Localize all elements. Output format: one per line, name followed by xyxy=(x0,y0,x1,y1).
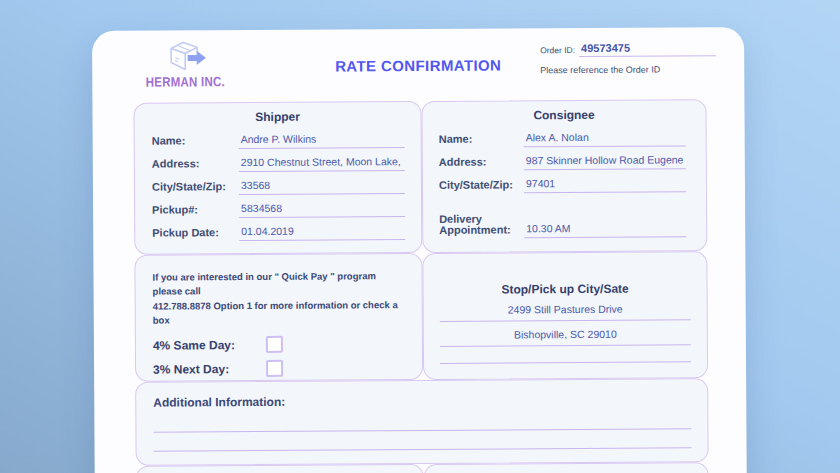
consignee-name-field[interactable]: Alex A. Nolan xyxy=(524,130,686,147)
order-id-field[interactable]: 49573475 xyxy=(579,41,716,57)
consignee-address-field[interactable]: 987 Skinner Hollow Road Eugene xyxy=(524,153,686,170)
field-label: City/State/Zip: xyxy=(152,182,239,196)
stop-pickup-line-1[interactable]: 2499 Still Pastures Drive xyxy=(440,302,691,322)
shipper-address-field[interactable]: 2910 Chestnut Street, Moon Lake, xyxy=(239,155,405,172)
consignee-citystatezip-row: City/State/Zip: 97401 xyxy=(423,169,706,194)
next-day-option-row: 3% Next Day: xyxy=(153,358,408,379)
field-label: Address: xyxy=(152,159,239,173)
field-label: Name: xyxy=(439,134,524,148)
consignee-name-row: Name: Alex A. Nolan xyxy=(423,123,706,148)
field-label: Address: xyxy=(439,157,524,171)
consignee-delivery-row: Delivery Appointment: 10.30 AM xyxy=(423,203,706,239)
rate-confirmation-document: HERMAN INC. RATE CONFIRMATION Order ID: … xyxy=(92,27,748,473)
consignee-citystatezip-field[interactable]: 97401 xyxy=(524,176,686,193)
field-label: Pickup#: xyxy=(152,205,239,219)
field-label: Name: xyxy=(152,136,239,150)
footer-cell-right xyxy=(424,462,709,473)
consignee-delivery-field[interactable]: 10.30 AM xyxy=(524,221,686,238)
additional-info-header: Additional Information: xyxy=(153,392,691,409)
same-day-label: 4% Same Day: xyxy=(153,337,266,352)
shipper-citystatezip-field[interactable]: 33568 xyxy=(239,178,405,195)
same-day-checkbox[interactable] xyxy=(266,336,283,353)
shipper-citystatezip-row: City/State/Zip: 33568 xyxy=(135,171,421,196)
shipper-section: Shipper Name: Andre P. Wilkins Address: … xyxy=(133,101,422,255)
shipper-address-row: Address: 2910 Chestnut Street, Moon Lake… xyxy=(135,148,421,173)
next-day-label: 3% Next Day: xyxy=(153,361,266,376)
brand-name: HERMAN INC. xyxy=(144,74,226,89)
additional-info-section: Additional Information: xyxy=(135,378,709,465)
quick-pay-note: If you are interested in our " Quick Pay… xyxy=(152,269,407,328)
additional-info-line-2[interactable] xyxy=(154,447,692,451)
order-id-label: Order ID: xyxy=(540,45,575,57)
document-header: HERMAN INC. RATE CONFIRMATION Order ID: … xyxy=(92,27,744,103)
stop-pickup-header: Stop/Pick up City/Sate xyxy=(424,281,707,297)
order-id-block: Order ID: 49573475 Please reference the … xyxy=(540,41,716,75)
field-label: City/State/Zip: xyxy=(439,180,524,194)
consignee-header: Consignee xyxy=(422,107,705,123)
quick-pay-note-line2: 412.788.8878 Option 1 for more informati… xyxy=(153,298,408,328)
field-label: Delivery Appointment: xyxy=(439,213,524,239)
quick-pay-section: If you are interested in our " Quick Pay… xyxy=(134,253,423,382)
same-day-option-row: 4% Same Day: xyxy=(153,334,408,355)
next-day-checkbox[interactable] xyxy=(266,360,283,377)
quick-pay-note-line1: If you are interested in our " Quick Pay… xyxy=(152,269,407,299)
footer-cell-left xyxy=(136,464,424,473)
consignee-address-row: Address: 987 Skinner Hollow Road Eugene xyxy=(423,146,706,171)
shipper-header: Shipper xyxy=(134,109,420,125)
shipper-pickupdate-row: Pickup Date: 01.04.2019 xyxy=(135,217,421,242)
shipper-name-field[interactable]: Andre P. Wilkins xyxy=(239,132,405,149)
order-id-note: Please reference the Order ID xyxy=(540,64,716,75)
shipper-pickupnum-row: Pickup#: 5834568 xyxy=(135,194,421,219)
stop-pickup-line-2[interactable]: Bishopville, SC 29010 xyxy=(440,327,691,347)
additional-info-line-1[interactable] xyxy=(153,428,691,432)
stop-pickup-section: Stop/Pick up City/Sate 2499 Still Pastur… xyxy=(422,251,708,380)
shipper-pickupnum-field[interactable]: 5834568 xyxy=(239,201,405,218)
shipper-name-row: Name: Andre P. Wilkins xyxy=(135,125,421,150)
consignee-section: Consignee Name: Alex A. Nolan Address: 9… xyxy=(421,99,707,253)
form-table: Shipper Name: Andre P. Wilkins Address: … xyxy=(133,99,709,473)
field-label: Pickup Date: xyxy=(152,228,239,242)
shipper-pickupdate-field[interactable]: 01.04.2019 xyxy=(239,224,405,241)
stop-pickup-line-3[interactable] xyxy=(440,351,691,364)
